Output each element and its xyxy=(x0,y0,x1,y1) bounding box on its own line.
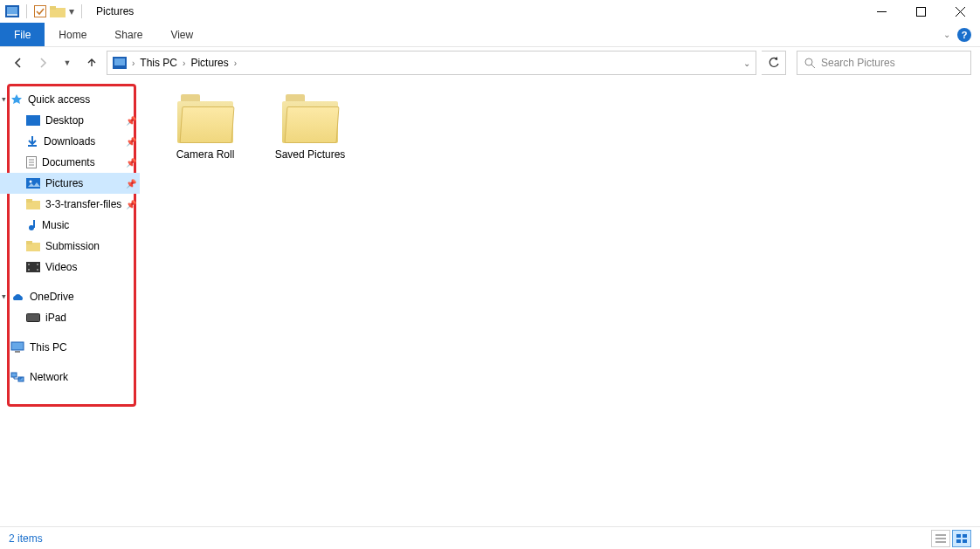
sidebar-quick-access[interactable]: ▸ Quick access xyxy=(0,89,140,110)
folder-icon xyxy=(282,94,338,143)
search-input[interactable] xyxy=(821,57,963,69)
sidebar-item-downloads[interactable]: Downloads📌 xyxy=(0,131,140,152)
svg-rect-36 xyxy=(11,373,17,377)
sidebar-onedrive[interactable]: ▸ OneDrive xyxy=(0,286,140,307)
close-button[interactable] xyxy=(941,0,980,23)
help-icon[interactable]: ? xyxy=(957,28,971,42)
folder-icon xyxy=(26,241,40,251)
svg-rect-32 xyxy=(37,269,38,271)
address-bar[interactable]: › This PC › Pictures › ⌄ xyxy=(107,51,756,75)
pin-icon: 📌 xyxy=(126,179,136,189)
body-row: ▸ Quick access Desktop📌 Downloads📌 Docum… xyxy=(0,79,980,519)
chevron-right-icon[interactable]: › xyxy=(132,58,135,68)
pictures-icon xyxy=(26,178,40,189)
sidebar-item-desktop[interactable]: Desktop📌 xyxy=(0,110,140,131)
folder-icon xyxy=(177,94,233,143)
svg-rect-29 xyxy=(28,264,30,265)
status-text: 2 items xyxy=(9,532,43,545)
pin-icon: 📌 xyxy=(126,116,136,126)
svg-marker-14 xyxy=(11,94,22,104)
svg-point-12 xyxy=(805,58,812,65)
breadcrumb-thispc[interactable]: This PC xyxy=(140,57,177,69)
svg-rect-7 xyxy=(917,7,926,16)
forward-button[interactable] xyxy=(33,53,52,72)
app-icon xyxy=(5,5,19,17)
sidebar-item-label: Documents xyxy=(42,156,95,168)
spacer xyxy=(0,358,140,367)
up-button[interactable] xyxy=(82,53,101,72)
sidebar-item-label: Quick access xyxy=(28,93,90,106)
sidebar-item-label: This PC xyxy=(30,341,67,353)
video-icon xyxy=(26,262,40,272)
svg-rect-33 xyxy=(27,314,40,322)
svg-rect-35 xyxy=(15,351,20,353)
device-icon xyxy=(26,313,40,322)
qat-dropdown-icon[interactable]: ▾ xyxy=(69,5,74,17)
svg-rect-2 xyxy=(7,14,17,16)
sidebar-item-label: Submission xyxy=(45,240,100,252)
sidebar-item-label: iPad xyxy=(45,312,66,324)
folder-item[interactable]: Camera Roll xyxy=(166,94,245,161)
sidebar-item-music[interactable]: Music xyxy=(0,215,140,236)
refresh-button[interactable] xyxy=(762,51,786,75)
svg-rect-34 xyxy=(11,342,24,350)
folder-label: Camera Roll xyxy=(176,148,235,161)
content-area[interactable]: Camera Roll Saved Pictures xyxy=(140,79,980,519)
sidebar-item-label: 3-3-transfer-files xyxy=(45,198,121,210)
ribbon-expand-icon[interactable]: ⌄ xyxy=(943,30,950,39)
sidebar-thispc[interactable]: This PC xyxy=(0,337,140,358)
pin-star-icon xyxy=(10,93,23,106)
sidebar-network[interactable]: Network xyxy=(0,367,140,388)
svg-rect-11 xyxy=(114,58,125,65)
sidebar-item-pictures[interactable]: Pictures📌 xyxy=(0,173,140,194)
svg-rect-24 xyxy=(26,199,32,202)
folder-item[interactable]: Saved Pictures xyxy=(271,94,349,161)
qat-folder-icon[interactable] xyxy=(50,5,66,17)
tab-home[interactable]: Home xyxy=(45,23,100,46)
file-tab[interactable]: File xyxy=(0,23,45,46)
desktop-icon xyxy=(26,115,40,126)
pin-icon: 📌 xyxy=(126,137,136,147)
music-icon xyxy=(26,219,37,231)
svg-rect-28 xyxy=(26,262,40,272)
sidebar-item-submission[interactable]: Submission xyxy=(0,236,140,257)
chevron-down-icon[interactable]: ▸ xyxy=(0,295,9,299)
svg-rect-15 xyxy=(26,115,40,126)
maximize-button[interactable] xyxy=(901,0,941,23)
svg-rect-42 xyxy=(963,534,967,538)
sidebar-item-label: Pictures xyxy=(45,177,83,189)
details-view-button[interactable] xyxy=(931,530,950,547)
sidebar-item-ipad[interactable]: iPad xyxy=(0,307,140,328)
chevron-right-icon[interactable]: › xyxy=(234,58,237,68)
svg-rect-31 xyxy=(28,269,30,271)
thumbnails-view-button[interactable] xyxy=(952,530,971,547)
svg-line-13 xyxy=(811,65,815,68)
svg-rect-30 xyxy=(37,264,38,265)
pc-icon xyxy=(10,341,24,353)
pin-icon: 📌 xyxy=(126,158,136,168)
download-icon xyxy=(26,135,38,148)
location-icon xyxy=(113,57,127,69)
search-box[interactable] xyxy=(797,51,971,75)
qat-check-icon[interactable] xyxy=(34,5,46,17)
folder-label: Saved Pictures xyxy=(275,148,346,161)
sidebar-item-label: Music xyxy=(42,219,69,231)
tab-share[interactable]: Share xyxy=(100,23,156,46)
sidebar-item-transfer[interactable]: 3-3-transfer-files📌 xyxy=(0,194,140,215)
chevron-right-icon[interactable]: › xyxy=(183,58,185,68)
back-button[interactable] xyxy=(9,53,28,72)
nav-row: ▼ › This PC › Pictures › ⌄ xyxy=(0,47,980,79)
address-dropdown-icon[interactable]: ⌄ xyxy=(743,58,750,68)
chevron-down-icon[interactable]: ▸ xyxy=(0,98,9,102)
tab-view[interactable]: View xyxy=(156,23,207,46)
spacer xyxy=(0,278,140,286)
minimize-button[interactable] xyxy=(862,0,901,23)
sidebar-item-documents[interactable]: Documents📌 xyxy=(0,152,140,173)
sidebar-item-label: OneDrive xyxy=(30,291,74,303)
window-title: Pictures xyxy=(96,5,134,17)
title-bar: ▾ Pictures xyxy=(0,0,980,23)
sidebar-item-videos[interactable]: Videos xyxy=(0,257,140,278)
breadcrumb-pictures[interactable]: Pictures xyxy=(190,57,228,69)
recent-dropdown[interactable]: ▼ xyxy=(58,53,77,72)
svg-point-25 xyxy=(29,225,34,230)
